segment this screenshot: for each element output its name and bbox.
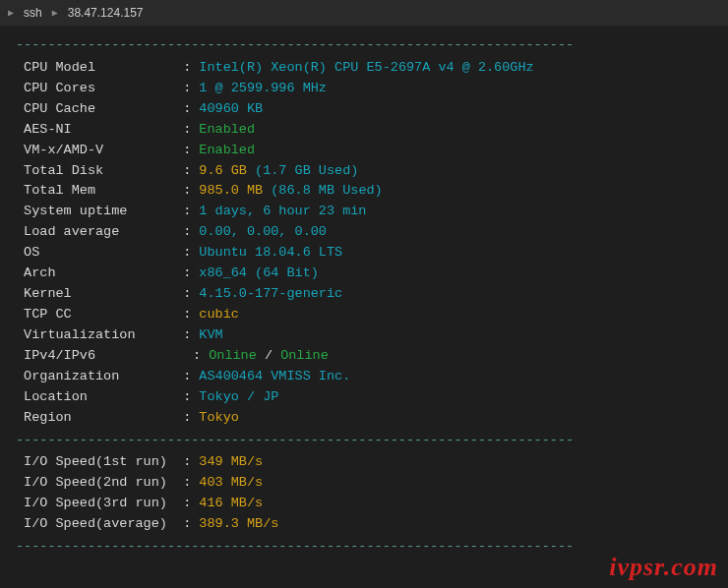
info-suffix: (86.8 MB Used) <box>271 181 382 202</box>
info-value: 9.6 GB <box>199 161 247 182</box>
info-value: 0.00, 0.00, 0.00 <box>199 222 327 243</box>
info-label: Total Mem <box>16 181 183 202</box>
info-row: System uptime : 1 days, 6 hour 23 min <box>16 202 712 222</box>
arrow-icon: ▶ <box>8 7 14 19</box>
divider: ----------------------------------------… <box>16 431 712 451</box>
info-row-ipv: IPv4/IPv6 : Online / Online <box>16 346 712 367</box>
info-row: I/O Speed(3rd run) : 416 MB/s <box>16 494 712 514</box>
info-label: I/O Speed(2nd run) <box>16 473 183 494</box>
info-label: System uptime <box>16 202 183 222</box>
info-label: IPv4/IPv6 <box>16 346 193 367</box>
info-row: I/O Speed(average) : 389.3 MB/s <box>16 514 712 535</box>
divider: ----------------------------------------… <box>16 537 712 558</box>
info-value: 4.15.0-177-generic <box>199 284 342 305</box>
info-row: CPU Cores : 1 @ 2599.996 MHz <box>16 79 712 99</box>
io-speed-block: I/O Speed(1st run) : 349 MB/s I/O Speed(… <box>16 452 712 535</box>
info-label: AES-NI <box>16 120 183 141</box>
info-value: 1 days, 6 hour 23 min <box>199 202 366 222</box>
info-value: KVM <box>199 325 222 346</box>
info-value: 40960 KB <box>199 99 263 120</box>
info-value: 403 MB/s <box>199 473 263 494</box>
header-ssh-label: ssh <box>24 6 42 20</box>
info-row: OS : Ubuntu 18.04.6 LTS <box>16 243 712 264</box>
info-value: Enabled <box>199 141 255 161</box>
ipv-sep: / <box>257 346 280 367</box>
system-info-block-2: Organization : AS400464 VMISS Inc. Locat… <box>16 367 712 429</box>
info-value: Enabled <box>199 120 255 141</box>
info-label: I/O Speed(3rd run) <box>16 494 183 514</box>
info-label: CPU Cores <box>16 79 183 99</box>
info-value: Tokyo / JP <box>199 387 278 408</box>
info-row: Organization : AS400464 VMISS Inc. <box>16 367 712 387</box>
info-label: CPU Model <box>16 58 183 79</box>
info-row: Total Disk : 9.6 GB (1.7 GB Used) <box>16 161 712 182</box>
info-label: Arch <box>16 264 183 284</box>
info-value: 985.0 MB <box>199 181 263 202</box>
arrow-icon: ▶ <box>52 7 58 19</box>
info-label: Virtualization <box>16 325 183 346</box>
info-label: Location <box>16 387 183 408</box>
info-label: CPU Cache <box>16 99 183 120</box>
info-row: Region : Tokyo <box>16 408 712 429</box>
info-suffix: (1.7 GB Used) <box>255 161 358 182</box>
ipv4-status: Online <box>209 346 257 367</box>
terminal-header: ▶ ssh ▶ 38.47.124.157 <box>0 0 728 26</box>
info-value: 416 MB/s <box>199 494 263 514</box>
info-value: AS400464 VMISS Inc. <box>199 367 350 387</box>
info-label: VM-x/AMD-V <box>16 141 183 161</box>
info-value: Intel(R) Xeon(R) CPU E5-2697A v4 @ 2.60G… <box>199 58 533 79</box>
ipv6-status: Online <box>280 346 329 367</box>
info-row: Arch : x86_64 (64 Bit) <box>16 264 712 284</box>
terminal-output: ----------------------------------------… <box>0 26 728 567</box>
info-label: OS <box>16 243 183 264</box>
info-value: 1 @ 2599.996 MHz <box>199 79 327 99</box>
info-row: CPU Model : Intel(R) Xeon(R) CPU E5-2697… <box>16 58 712 79</box>
info-label: Region <box>16 408 183 429</box>
info-row: I/O Speed(1st run) : 349 MB/s <box>16 452 712 473</box>
info-value: cubic <box>199 305 239 325</box>
info-label: Kernel <box>16 284 183 305</box>
info-row: Load average : 0.00, 0.00, 0.00 <box>16 222 712 243</box>
info-label: TCP CC <box>16 305 183 325</box>
info-row: Virtualization : KVM <box>16 325 712 346</box>
header-host: 38.47.124.157 <box>68 6 144 20</box>
divider: ----------------------------------------… <box>16 35 712 56</box>
info-value: 349 MB/s <box>199 452 263 473</box>
info-label: Total Disk <box>16 161 183 182</box>
info-value: Ubuntu 18.04.6 LTS <box>199 243 342 264</box>
info-label: Load average <box>16 222 183 243</box>
info-value: Tokyo <box>199 408 239 429</box>
info-row: I/O Speed(2nd run) : 403 MB/s <box>16 473 712 494</box>
info-row: CPU Cache : 40960 KB <box>16 99 712 120</box>
info-row: TCP CC : cubic <box>16 305 712 325</box>
info-row: Total Mem : 985.0 MB (86.8 MB Used) <box>16 181 712 202</box>
info-row: AES-NI : Enabled <box>16 120 712 141</box>
info-label: I/O Speed(1st run) <box>16 452 183 473</box>
info-row: Location : Tokyo / JP <box>16 387 712 408</box>
info-row: Kernel : 4.15.0-177-generic <box>16 284 712 305</box>
info-label: I/O Speed(average) <box>16 514 183 535</box>
info-value: 389.3 MB/s <box>199 514 278 535</box>
system-info-block: CPU Model : Intel(R) Xeon(R) CPU E5-2697… <box>16 58 712 346</box>
info-label: Organization <box>16 367 183 387</box>
info-value: x86_64 (64 Bit) <box>199 264 319 284</box>
watermark: ivpsr.com <box>609 553 718 582</box>
info-row: VM-x/AMD-V : Enabled <box>16 141 712 161</box>
